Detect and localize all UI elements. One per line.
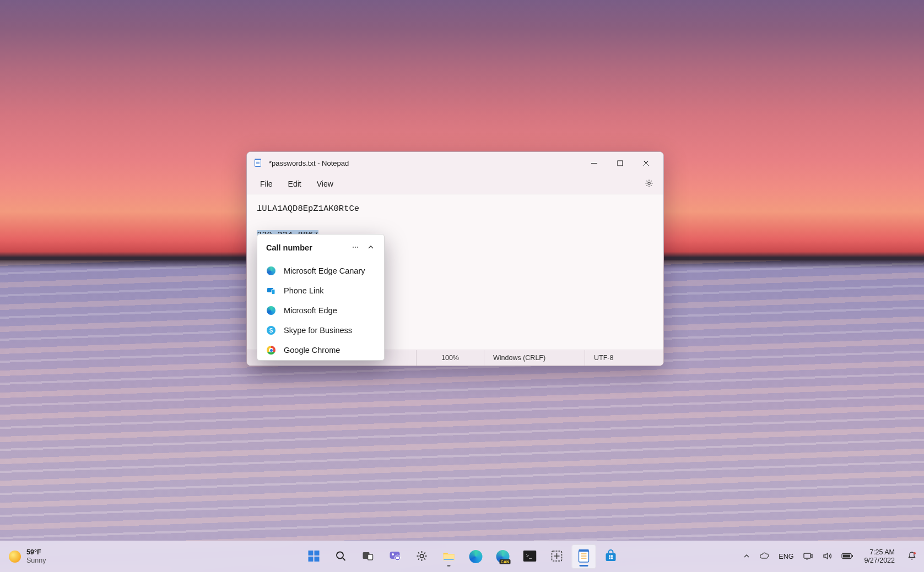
taskbar-settings[interactable]	[409, 544, 434, 569]
taskbar-snipping[interactable]	[544, 544, 569, 569]
taskbar-tray: ENG 7:25 AM 9/27/2022	[741, 541, 924, 572]
terminal-icon: >_	[523, 551, 536, 563]
popup-app-label: Google Chrome	[284, 346, 340, 355]
taskbar-taskview[interactable]	[355, 544, 380, 569]
settings-icon	[415, 549, 428, 564]
popup-app-phone-link[interactable]: Phone Link	[257, 281, 384, 301]
svg-point-10	[353, 247, 354, 248]
svg-rect-43	[804, 553, 810, 558]
chevron-up-icon	[368, 243, 374, 252]
taskbar-explorer[interactable]	[436, 544, 461, 569]
svg-rect-42	[611, 557, 613, 559]
tray-clock[interactable]: 7:25 AM 9/27/2022	[861, 548, 898, 565]
svg-rect-29	[444, 559, 453, 560]
taskbar-edge-canary[interactable]: CAN	[490, 544, 515, 569]
popup-app-skype[interactable]: S Skype for Business	[257, 320, 384, 340]
svg-rect-24	[392, 553, 394, 555]
popup-app-label: Phone Link	[284, 286, 324, 295]
popup-app-edge[interactable]: Microsoft Edge	[257, 301, 384, 320]
menu-edit[interactable]: Edit	[280, 176, 309, 192]
popup-app-chrome[interactable]: Google Chrome	[257, 340, 384, 360]
taskbar-store[interactable]	[598, 544, 623, 569]
notepad-title: *passwords.txt - Notepad	[269, 159, 581, 167]
svg-rect-38	[606, 553, 615, 561]
gear-icon	[645, 179, 653, 189]
svg-line-20	[343, 558, 345, 560]
windows-icon	[307, 549, 320, 564]
tray-overflow[interactable]	[741, 541, 752, 572]
notepad-icon	[253, 159, 262, 167]
weather-condition: Sunny	[26, 557, 46, 565]
network-icon	[803, 551, 813, 563]
svg-rect-39	[609, 555, 610, 557]
svg-rect-15	[308, 551, 313, 555]
collapse-button[interactable]	[363, 241, 379, 255]
notepad-icon	[577, 549, 590, 565]
svg-rect-14	[272, 289, 275, 294]
battery-icon	[841, 552, 853, 562]
snipping-tool-icon	[550, 549, 563, 564]
weather-icon	[9, 551, 21, 563]
svg-point-9	[648, 182, 650, 184]
svg-rect-0	[255, 160, 261, 167]
svg-point-27	[420, 554, 423, 557]
tray-network[interactable]	[801, 541, 815, 572]
maximize-button[interactable]	[607, 152, 633, 174]
status-encoding: UTF-8	[585, 350, 663, 366]
more-icon	[352, 243, 359, 253]
tray-notifications[interactable]	[903, 551, 921, 563]
tray-language[interactable]: ENG	[776, 541, 796, 572]
tray-battery[interactable]	[839, 541, 856, 572]
popup-app-edge-canary[interactable]: Microsoft Edge Canary	[257, 261, 384, 281]
taskbar-edge[interactable]	[463, 544, 488, 569]
svg-rect-16	[314, 551, 319, 555]
volume-icon	[822, 551, 832, 563]
close-button[interactable]	[633, 152, 659, 174]
svg-rect-6	[618, 161, 623, 166]
taskbar: 59°F Sunny	[0, 541, 924, 572]
taskbar-notepad[interactable]	[571, 544, 596, 569]
taskbar-terminal[interactable]: >_	[517, 544, 542, 569]
notepad-titlebar[interactable]: *passwords.txt - Notepad	[247, 152, 663, 174]
svg-rect-41	[609, 557, 610, 559]
popup-app-label: Skype for Business	[284, 326, 352, 335]
file-explorer-icon	[441, 549, 456, 565]
popup-app-label: Microsoft Edge	[284, 306, 337, 315]
tray-volume[interactable]	[820, 541, 834, 572]
svg-rect-22	[368, 554, 372, 560]
svg-rect-47	[843, 554, 850, 557]
minimize-button[interactable]	[581, 152, 607, 174]
menu-view[interactable]: View	[309, 176, 341, 192]
svg-rect-17	[308, 557, 313, 562]
chat-icon	[388, 549, 401, 564]
editor-line: lULA1AQD8EpZ1AK0RtCe	[257, 202, 653, 215]
store-icon	[604, 549, 617, 564]
search-icon	[334, 550, 347, 564]
edge-icon	[469, 550, 482, 563]
editor-line	[257, 215, 653, 228]
menu-file[interactable]: File	[252, 176, 280, 192]
edge-canary-icon: CAN	[496, 550, 509, 563]
svg-rect-26	[396, 557, 399, 559]
svg-text:>_: >_	[526, 553, 532, 559]
taskbar-weather[interactable]: 59°F Sunny	[0, 548, 141, 565]
weather-temp: 59°F	[26, 548, 46, 557]
status-zoom: 100%	[416, 350, 484, 366]
status-eol: Windows (CRLF)	[484, 350, 585, 366]
tray-date: 9/27/2022	[864, 557, 895, 565]
tray-onedrive[interactable]	[757, 541, 771, 572]
svg-rect-4	[255, 159, 261, 160]
svg-point-12	[357, 247, 358, 248]
taskbar-chat[interactable]	[382, 544, 407, 569]
settings-button[interactable]	[640, 175, 658, 193]
chevron-up-icon	[743, 553, 750, 561]
start-button[interactable]	[301, 544, 326, 569]
edge-icon	[266, 306, 276, 315]
skype-icon: S	[266, 325, 276, 335]
taskbar-search[interactable]	[328, 544, 353, 569]
edge-canary-icon	[266, 266, 276, 276]
more-button[interactable]	[348, 241, 363, 255]
svg-point-11	[355, 247, 356, 248]
smart-action-popup: Call number Microsoft Edge Canary Phone …	[257, 234, 385, 361]
taskbar-center: CAN >_	[301, 544, 623, 569]
